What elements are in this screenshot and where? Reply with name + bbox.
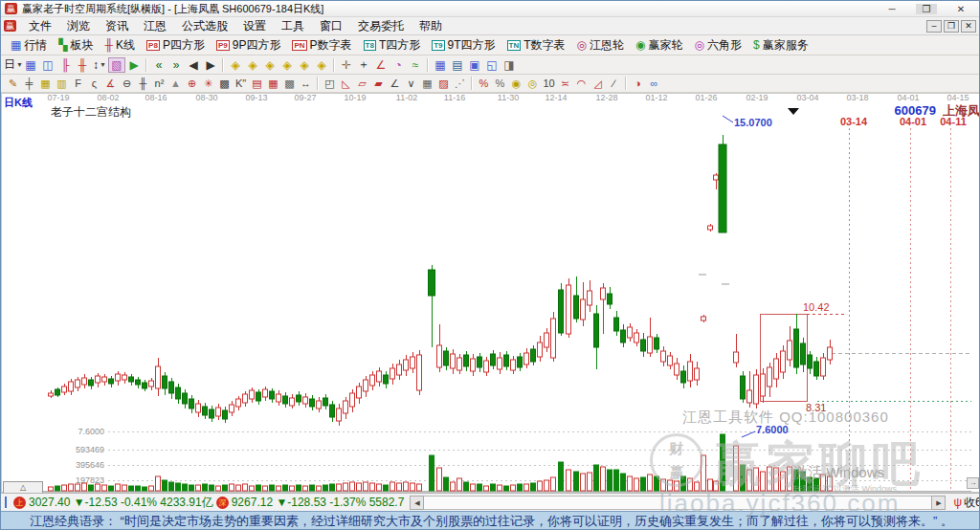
sectors-button[interactable]: ▚板块 (53, 36, 99, 54)
golden-grid-icon[interactable]: ▦ (37, 77, 54, 91)
color-trend-icon[interactable]: ▶ (125, 57, 143, 73)
cycle-tool-icon[interactable]: ◔ (390, 57, 407, 73)
menu-item-tools[interactable]: 工具 (274, 18, 312, 34)
gann-diamond-6-icon[interactable]: ◈ (313, 57, 330, 73)
red-ladder-icon[interactable]: ▤ (249, 77, 265, 91)
p-digit-button[interactable]: PNP数字表 (286, 36, 357, 54)
pct-fall-icon[interactable]: % (492, 77, 508, 91)
gann-diamond-1-icon[interactable]: ◈ (227, 57, 244, 73)
ellipse-icon[interactable]: ⊖ (119, 77, 135, 91)
scroll-left-button[interactable]: ◀ (410, 496, 424, 510)
t9-square-button[interactable]: T99T四方形 (426, 36, 501, 54)
prev-bar-icon[interactable]: ◀ (185, 57, 202, 73)
kline-expand-icon[interactable]: ╫ (74, 57, 91, 73)
save-layout-icon[interactable]: ▣ (466, 57, 483, 73)
mdi-close-button[interactable]: ✕ (961, 20, 976, 33)
gold-ring-icon[interactable]: ◉ (508, 77, 524, 91)
mdi-minimize-button[interactable]: – (926, 20, 942, 33)
crosshair-icon[interactable]: ＋ (355, 57, 372, 73)
menu-item-window[interactable]: 窗口 (312, 18, 350, 34)
volume-pane-expand-button[interactable]: → (967, 477, 979, 489)
menu-item-browse[interactable]: 浏览 (59, 18, 98, 34)
structure-mode-icon[interactable]: ▧ (108, 57, 125, 73)
red-fence-icon[interactable]: ▦ (265, 77, 281, 91)
p9-square-button[interactable]: P99P四方形 (211, 36, 286, 54)
winner-service-button[interactable]: $赢家服务 (747, 36, 814, 54)
winner-wheel-button[interactable]: ◉赢家轮 (630, 36, 688, 54)
mdi-restore-button[interactable]: ❐ (944, 20, 959, 33)
hexagon-button[interactable]: ◎六角形 (689, 36, 747, 54)
infinity-icon[interactable]: ∞ (646, 77, 662, 91)
menu-item-trade-order[interactable]: 交易委托 (350, 18, 412, 34)
boxed-x-icon[interactable]: ▩ (216, 77, 233, 91)
calculator-icon[interactable]: ▤ (449, 57, 466, 73)
grid-screen-icon[interactable]: ▩ (281, 77, 298, 91)
quote-grid-icon[interactable] (5, 497, 7, 508)
window-layout-icon[interactable]: ▦ (22, 57, 39, 73)
gold-ring2-icon[interactable]: ◎ (524, 77, 541, 91)
n2-icon[interactable]: n² (151, 77, 167, 91)
ray-fan-icon[interactable]: ◺ (338, 77, 354, 91)
vertical-scale-icon[interactable]: ↕▼ (91, 57, 108, 73)
star-burst-icon[interactable]: ✳ (200, 77, 216, 91)
screen-share-icon[interactable]: ◱ (483, 57, 501, 73)
measure-angle-icon[interactable]: ∠ (372, 57, 390, 73)
period-day-selector[interactable]: 日▼ (5, 57, 22, 73)
spiral-icon[interactable]: ς (86, 77, 102, 91)
yin-yang-icon[interactable]: ◑ (630, 77, 646, 91)
menu-item-formula-pick[interactable]: 公式选股 (174, 18, 235, 34)
drag-hand-icon[interactable]: ✛ (338, 57, 355, 73)
target-icon[interactable]: ⊕ (184, 77, 200, 91)
t-square-button[interactable]: T8T四方形 (358, 36, 427, 54)
chart-hscrollbar[interactable]: ◀ ▶ (410, 496, 946, 510)
ten-split-icon[interactable]: 10 (541, 77, 557, 91)
next-bar-icon[interactable]: ▶ (202, 57, 219, 73)
gann-wheel-button[interactable]: ◎江恩轮 (571, 36, 630, 54)
kline-button[interactable]: ╫K线 (100, 36, 142, 54)
kline-compress-icon[interactable]: ╟ (56, 57, 74, 73)
angle-line-icon[interactable]: ∠ (387, 77, 403, 91)
f-level-icon[interactable]: F (70, 77, 86, 91)
bars-ruler-icon[interactable]: ╫ (135, 77, 151, 91)
t-digit-button[interactable]: TNT数字表 (501, 36, 571, 54)
data-transfer-icon[interactable]: ◨ (501, 57, 518, 73)
menu-item-gann[interactable]: 江恩 (136, 18, 174, 34)
arc-tool-icon[interactable]: ◠ (573, 77, 590, 91)
gann-diamond-2-icon[interactable]: ◈ (244, 57, 261, 73)
filled-diag-icon[interactable]: ▰ (370, 77, 387, 91)
close-button[interactable]: ✕ (950, 4, 971, 14)
kline-chart-area[interactable]: 7.600059346939564619782307-1908-0208-160… (1, 93, 980, 493)
box-corner-icon[interactable]: ◰ (322, 77, 338, 91)
first-bar-icon[interactable]: « (150, 57, 167, 73)
menu-item-settings[interactable]: 设置 (235, 18, 274, 34)
dense-grid-icon[interactable]: ▦ (419, 77, 435, 91)
scroll-track[interactable] (424, 496, 931, 510)
wedge-tool-icon[interactable]: ◿ (590, 77, 606, 91)
pencil-tool-icon[interactable]: ✎ (5, 77, 21, 91)
wave-count-icon[interactable]: ≈ (407, 57, 424, 73)
gann-diamond-4-icon[interactable]: ◈ (278, 57, 296, 73)
board-window-icon[interactable]: ◫ (39, 57, 56, 73)
dot-grid-icon[interactable]: ▨ (435, 77, 452, 91)
gann-diamond-5-icon[interactable]: ◈ (296, 57, 313, 73)
pct-rise-icon[interactable]: % (476, 77, 492, 91)
triangle-ruler-icon[interactable]: ▲ (167, 77, 184, 91)
hspan-arrow-icon[interactable]: ↔ (298, 77, 314, 91)
minimize-button[interactable]: ─ (881, 4, 902, 14)
parallel-diag-icon[interactable]: ⋰ (452, 77, 468, 91)
maximize-button[interactable]: ❐ (916, 4, 937, 14)
last-bar-icon[interactable]: » (167, 57, 185, 73)
menu-item-help[interactable]: 帮助 (412, 18, 450, 34)
diag-box-icon[interactable]: ▱ (354, 77, 370, 91)
vee-line-icon[interactable]: ∨ (403, 77, 419, 91)
menu-item-file[interactable]: 文件 (21, 18, 59, 34)
k-quote-icon[interactable]: K" (233, 77, 249, 91)
golden-box-icon[interactable]: ▥ (54, 77, 70, 91)
quotes-button[interactable]: ▦行情 (5, 36, 53, 54)
menu-item-news[interactable]: 资讯 (98, 18, 136, 34)
gann-diamond-3-icon[interactable]: ◈ (261, 57, 278, 73)
hatch-ruler-icon[interactable]: ╪ (21, 77, 37, 91)
scroll-right-button[interactable]: ▶ (931, 496, 946, 510)
calendar-icon[interactable]: ▦ (432, 57, 449, 73)
slope-tool-icon[interactable]: ∕ (606, 77, 622, 91)
